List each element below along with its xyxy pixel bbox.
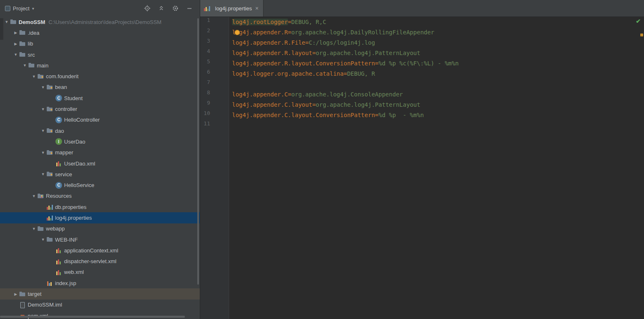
tab-log4j-properties[interactable]: log4j.properties × — [200, 0, 263, 17]
tree-item-mapper[interactable]: ▼mapper — [0, 147, 200, 158]
chevron-down-icon[interactable]: ▼ — [31, 74, 37, 79]
tree-item-webapp[interactable]: ▼webapp — [0, 223, 200, 234]
tree-item-target[interactable]: ▶target — [0, 288, 200, 299]
tree-item-controller[interactable]: ▼controller — [0, 103, 200, 114]
locate-button[interactable] — [143, 4, 152, 13]
tree-item-log4j-properties[interactable]: log4j.properties — [0, 212, 200, 223]
collapse-all-icon — [158, 5, 165, 12]
chevron-down-icon[interactable]: ▼ — [40, 107, 46, 111]
code-area[interactable]: log4j.rootLogger=DEBUG, R,Clog4j.appende… — [229, 17, 638, 319]
tree-item-db-properties[interactable]: db.properties — [0, 201, 200, 212]
code-line-4[interactable]: log4j.appender.R.layout=org.apache.log4j… — [232, 48, 638, 58]
tree-item-bean[interactable]: ▼bean — [0, 82, 200, 93]
chevron-down-icon[interactable]: ▼ — [40, 129, 46, 133]
editor-body[interactable]: 1234567891011 log4j.rootLogger=DEBUG, R,… — [200, 17, 644, 319]
chevron-down-icon[interactable]: ▼ — [40, 85, 46, 89]
tree-item-label: .idea — [28, 30, 39, 36]
chevron-right-icon[interactable]: ▶ — [12, 42, 19, 46]
tree-item-main[interactable]: ▼main — [0, 60, 200, 71]
tree-item-resources[interactable]: ▼Resources — [0, 191, 200, 201]
tree-item-src[interactable]: ▼src — [0, 49, 200, 60]
tree-item-userdao-xml[interactable]: UserDao.xml — [0, 158, 200, 169]
chevron-down-icon[interactable]: ▼ — [3, 20, 10, 24]
tree-item-student[interactable]: Student — [0, 93, 200, 103]
tree-indent — [0, 250, 49, 251]
tree-item-demossm[interactable]: ▼DemoSSMC:\Users\Administrator\IdeaProje… — [0, 17, 200, 27]
tree-item-demossm-iml[interactable]: DemoSSM.iml — [0, 300, 200, 310]
code-line-5[interactable]: log4j.appender.R.layout.ConversionPatter… — [232, 58, 638, 69]
line-number: 10 — [200, 110, 210, 120]
tree-item-lib[interactable]: ▶lib — [0, 38, 200, 49]
chevron-down-icon[interactable]: ▼ — [40, 237, 46, 242]
tree-item-index-jsp[interactable]: index.jsp — [0, 278, 200, 288]
tree-item--idea[interactable]: ▶.idea — [0, 27, 200, 38]
tree-item-service[interactable]: ▼service — [0, 169, 200, 180]
tree-item-dispatcher-servlet-xml[interactable]: dispatcher-servlet.xml — [0, 256, 200, 267]
collapse-all-button[interactable] — [157, 4, 166, 13]
tree-item-label: com.founderit — [46, 73, 79, 79]
line-number: 2 — [200, 27, 210, 38]
tree-item-hellocontroller[interactable]: HelloController — [0, 115, 200, 125]
chevron-down-icon[interactable]: ▼ — [40, 172, 46, 176]
tree-indent — [0, 218, 40, 218]
tree-indent — [0, 196, 31, 196]
code-line-8[interactable]: log4j.appender.C=org.apache.log4j.Consol… — [232, 89, 638, 100]
property-value: org.apache.log4j.PatternLayout — [316, 50, 420, 56]
code-line-11[interactable] — [232, 120, 638, 131]
tree-item-com-founderit[interactable]: ▼com.founderit — [0, 71, 200, 82]
chevron-down-icon[interactable]: ▼ — [40, 151, 46, 155]
chevron-down-icon[interactable]: ▼ — [12, 53, 19, 57]
project-view-selector[interactable]: Project ▾ — [3, 4, 36, 13]
code-line-2[interactable]: log4j.appender.R=org.apache.log4j.DailyR… — [232, 27, 638, 38]
chevron-down-icon[interactable]: ▼ — [22, 63, 28, 67]
tree-item-label: dao — [55, 128, 64, 134]
code-line-9[interactable]: log4j.appender.C.layout=org.apache.log4j… — [232, 100, 638, 110]
folder-icon — [10, 19, 17, 25]
folder-icon — [37, 225, 44, 232]
tree-item-web-xml[interactable]: web.xml — [0, 267, 200, 278]
code-line-6[interactable]: log4j.logger.org.apache.catalina=DEBUG, … — [232, 69, 638, 79]
folder-icon — [19, 41, 26, 47]
chevron-right-icon[interactable]: ▶ — [12, 292, 19, 296]
tree-item-label: service — [55, 171, 72, 177]
properties-icon — [46, 204, 53, 210]
error-stripe-mark[interactable] — [640, 34, 643, 36]
inspections-ok-icon[interactable]: ✔ — [636, 18, 641, 24]
chevron-down-icon[interactable]: ▼ — [31, 227, 37, 231]
iml-icon — [19, 302, 26, 308]
project-pane-title: Project — [13, 5, 29, 12]
editor-area: log4j.properties × 1234567891011 log4j.r… — [200, 0, 644, 319]
code-line-3[interactable]: log4j.appender.R.File=C:/logs/login4j.lo… — [232, 38, 638, 48]
project-tree-horizontal-scrollbar[interactable] — [0, 316, 185, 318]
line-number: 9 — [200, 100, 210, 110]
chevron-right-icon[interactable]: ▶ — [12, 31, 19, 35]
code-line-10[interactable]: log4j.appender.C.layout.ConversionPatter… — [232, 110, 638, 120]
settings-button[interactable] — [171, 4, 180, 13]
project-tree-vertical-scrollbar[interactable] — [197, 18, 199, 285]
code-line-1[interactable]: log4j.rootLogger=DEBUG, R,C — [232, 17, 638, 27]
line-number: 5 — [200, 58, 210, 69]
tree-item-applicationcontext-xml[interactable]: applicationContext.xml — [0, 245, 200, 256]
folder-icon — [46, 236, 53, 243]
tree-item-web-inf[interactable]: ▼WEB-INF — [0, 234, 200, 245]
tree-item-label: target — [28, 291, 41, 297]
close-icon[interactable]: × — [255, 5, 259, 11]
project-pane-actions — [143, 4, 196, 13]
bookmark-dot[interactable] — [235, 30, 240, 35]
property-value: org.apache.log4j.ConsoleAppender — [291, 91, 403, 98]
chevron-down-icon[interactable]: ▼ — [31, 194, 37, 198]
tree-indent — [0, 294, 12, 294]
property-value: %d %p - %m%n — [378, 112, 424, 118]
tree-item-userdao[interactable]: UserDao — [0, 136, 200, 147]
property-key: = — [375, 112, 378, 118]
tree-indent — [0, 174, 40, 175]
package-icon — [46, 106, 53, 113]
tree-item-label: index.jsp — [55, 280, 76, 286]
code-line-7[interactable] — [232, 79, 638, 89]
property-key: log4j.appender.R — [232, 29, 288, 36]
tree-item-dao[interactable]: ▼dao — [0, 125, 200, 136]
hide-button[interactable] — [185, 4, 194, 13]
class-icon — [55, 117, 62, 123]
tree-item-label: lib — [28, 41, 33, 47]
tree-item-helloservice[interactable]: HelloService — [0, 180, 200, 190]
